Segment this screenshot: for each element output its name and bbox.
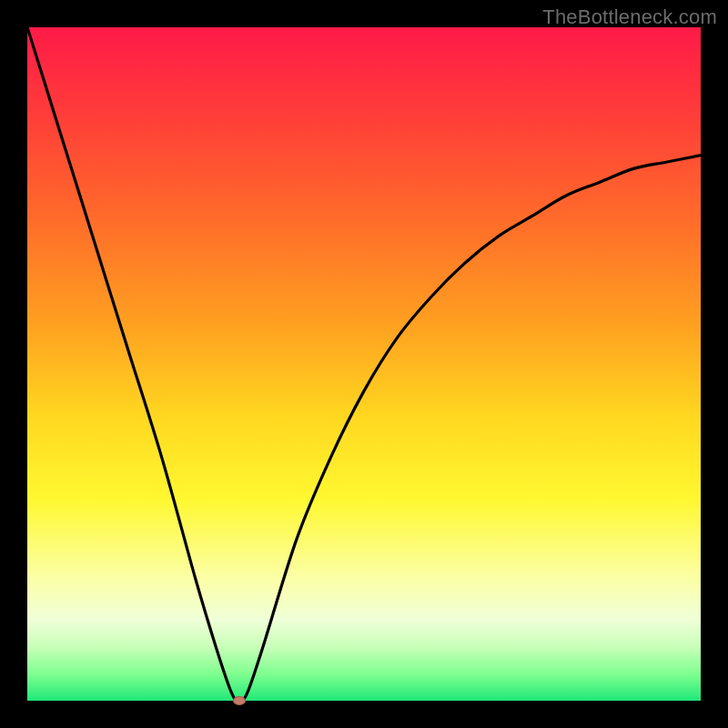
chart-frame: TheBottleneck.com — [0, 0, 728, 728]
plot-area — [27, 27, 701, 701]
optimum-marker — [233, 696, 246, 705]
watermark-text: TheBottleneck.com — [542, 5, 717, 29]
bottleneck-curve — [27, 27, 701, 701]
